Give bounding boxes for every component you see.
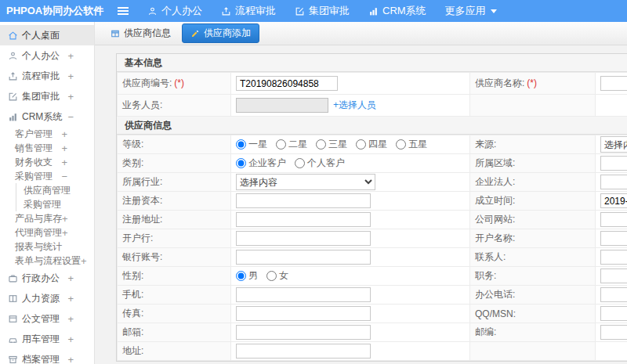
select-person-link[interactable]: +选择人员 xyxy=(333,99,376,110)
top-menu-item-2[interactable]: 集团审批 xyxy=(295,4,350,18)
office-phone-input[interactable] xyxy=(600,287,627,302)
sidebar-item-5[interactable]: 客户管理+ xyxy=(0,127,94,141)
website-input[interactable] xyxy=(600,212,627,227)
top-menu-item-4[interactable]: 更多应用 xyxy=(445,4,497,18)
field-cell xyxy=(231,342,470,361)
contact-input[interactable] xyxy=(600,250,627,265)
field-label: 来源: xyxy=(475,139,496,150)
hamburger-menu-icon[interactable] xyxy=(118,7,129,15)
level-radio[interactable] xyxy=(236,139,246,150)
email-input[interactable] xyxy=(236,325,371,340)
postcode-input[interactable] xyxy=(600,325,627,340)
fax-input[interactable] xyxy=(236,306,371,321)
address-input[interactable] xyxy=(236,344,371,359)
account-name-input[interactable] xyxy=(600,231,627,246)
top-menu-item-1[interactable]: 流程审批 xyxy=(221,4,276,18)
top-menu-label: 个人办公 xyxy=(161,4,202,18)
field-cell xyxy=(596,342,627,361)
app-logo: PHPOA协同办公软件 xyxy=(0,4,100,18)
level-option-4[interactable]: 五星 xyxy=(396,138,427,151)
bank-input[interactable] xyxy=(236,231,371,246)
field-label-cell: 性别: xyxy=(118,267,231,286)
position-input[interactable] xyxy=(600,268,627,283)
sidebar-item-6[interactable]: 销售管理+ xyxy=(0,141,94,155)
category-radio[interactable] xyxy=(236,158,246,168)
sidebar-item-7[interactable]: 财务收支+ xyxy=(0,155,94,169)
sidebar-item-19[interactable]: 档案管理+ xyxy=(0,349,94,364)
gender-radio[interactable] xyxy=(266,271,277,281)
mobile-input[interactable] xyxy=(236,287,371,302)
sidebar-item-17[interactable]: 公文管理+ xyxy=(0,308,94,329)
level-option-0[interactable]: 一星 xyxy=(236,138,267,151)
sidebar-item-12[interactable]: 代理商管理+ xyxy=(0,225,94,240)
sidebar-item-label: 行政办公 xyxy=(22,272,60,285)
level-radio[interactable] xyxy=(396,139,406,150)
sidebar-item-2[interactable]: 流程审批+ xyxy=(0,66,94,86)
level-radio[interactable] xyxy=(356,139,366,150)
field-label-cell: 等级: xyxy=(118,135,231,154)
sidebar-item-13[interactable]: 报表与统计 xyxy=(0,240,94,254)
level-option-3[interactable]: 四星 xyxy=(356,138,387,151)
gender-option-1[interactable]: 女 xyxy=(266,269,288,283)
level-radio[interactable] xyxy=(316,139,326,150)
registered-capital-input[interactable] xyxy=(236,193,371,208)
supplier-code-input[interactable] xyxy=(236,76,338,91)
sidebar-item-label: 客户管理 xyxy=(15,128,53,141)
doc-icon xyxy=(8,314,18,324)
level-option-2[interactable]: 三星 xyxy=(316,138,347,151)
tab-1[interactable]: 供应商添加 xyxy=(182,23,259,43)
field-label: 传真: xyxy=(122,308,143,319)
level-radio[interactable] xyxy=(276,139,286,150)
bank-account-input[interactable] xyxy=(236,250,371,265)
source-select[interactable]: 选择内容 xyxy=(600,136,627,153)
category-radio[interactable] xyxy=(295,158,305,168)
form-row: 供应商编号:(*)供应商名称:(*) xyxy=(118,73,627,95)
home-icon xyxy=(8,31,18,41)
sidebar-item-16[interactable]: 人力资源+ xyxy=(0,288,94,308)
expand-indicator: + xyxy=(67,50,74,62)
field-label: 公司网站: xyxy=(475,214,515,225)
qq-msn-input[interactable] xyxy=(600,306,627,321)
gender-radio[interactable] xyxy=(236,271,246,281)
sidebar-item-14[interactable]: 表单与流程设置+ xyxy=(0,254,94,268)
founding-date-input[interactable] xyxy=(600,193,627,208)
gender-option-0[interactable]: 男 xyxy=(236,269,258,283)
sidebar-item-15[interactable]: 行政办公+ xyxy=(0,268,94,288)
tab-0[interactable]: 供应商信息 xyxy=(104,24,177,42)
section-title: 基本信息 xyxy=(117,54,627,72)
business-person-input[interactable] xyxy=(236,98,328,113)
sidebar-item-4[interactable]: CRM系统− xyxy=(0,106,94,127)
sidebar-item-0[interactable]: 个人桌面 xyxy=(0,25,94,45)
supplier-name-input[interactable] xyxy=(600,76,627,91)
sidebar-item-10[interactable]: 采购管理 xyxy=(16,197,94,211)
field-label-cell: 成立时间: xyxy=(470,192,596,211)
industry-select[interactable]: 选择内容 xyxy=(236,174,375,190)
field-label-cell: 职务: xyxy=(470,267,596,286)
sidebar-item-1[interactable]: 个人办公+ xyxy=(0,45,94,66)
expand-indicator: + xyxy=(62,227,68,239)
category-option-1[interactable]: 个人客户 xyxy=(295,157,345,170)
form-row: 手机:办公电话: xyxy=(118,286,627,305)
field-cell xyxy=(231,229,470,248)
sidebar-item-8[interactable]: 采购管理− xyxy=(0,169,94,183)
edit-icon xyxy=(295,6,305,16)
field-label-cell: 所属区域: xyxy=(470,154,596,173)
region-input[interactable] xyxy=(600,156,627,171)
expand-indicator: + xyxy=(67,354,74,364)
form-row: 邮箱:邮编: xyxy=(118,323,627,342)
sidebar-item-3[interactable]: 集团审批+ xyxy=(0,86,94,106)
form-row: 传真:QQ/MSN: xyxy=(118,305,627,323)
category-option-0[interactable]: 企业客户 xyxy=(236,157,286,170)
top-menu-item-0[interactable]: 个人办公 xyxy=(147,4,202,18)
registered-address-input[interactable] xyxy=(236,212,371,227)
level-option-1[interactable]: 二星 xyxy=(276,138,307,151)
field-cell xyxy=(231,73,470,95)
legal-person-input[interactable] xyxy=(600,175,627,189)
field-cell xyxy=(596,305,627,323)
field-label: 开户行: xyxy=(122,232,153,243)
sidebar-item-11[interactable]: 产品与库存+ xyxy=(0,211,94,225)
top-menu-item-3[interactable]: CRM系统 xyxy=(368,4,426,18)
sidebar-item-9[interactable]: 供应商管理 xyxy=(16,183,94,197)
expand-indicator: + xyxy=(67,91,74,103)
sidebar-item-18[interactable]: 用车管理+ xyxy=(0,329,94,349)
